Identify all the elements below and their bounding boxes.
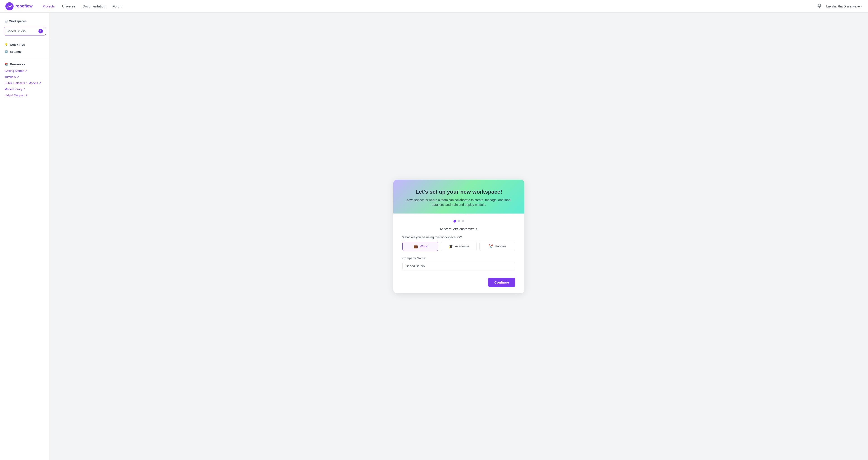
workspace-name: Seeed Studio	[6, 29, 26, 33]
workspaces-section: ⊞ Workspaces	[0, 17, 50, 25]
option-academia-button[interactable]: 🎓 Academia	[441, 242, 477, 251]
logo[interactable]: roboflow	[5, 2, 33, 10]
quick-tips-label: Quick Tips	[10, 43, 25, 46]
topnav-right: Lakshantha Dissanyake ▾	[816, 2, 863, 10]
sidebar-link-getting-started[interactable]: Getting Started ↗	[0, 68, 50, 74]
main-content: Let's set up your new workspace! A works…	[50, 13, 868, 460]
option-work-label: Work	[420, 244, 427, 248]
company-name-input[interactable]	[402, 262, 515, 270]
user-name: Lakshantha Dissanyake	[826, 4, 860, 8]
step-dot-1	[454, 220, 456, 223]
notifications-button[interactable]	[816, 2, 823, 10]
layout: ⊞ Workspaces Seeed Studio 1 💡 Quick Tips…	[0, 13, 868, 460]
nav-universe[interactable]: Universe	[59, 3, 78, 9]
dialog-body: To start, let's customize it. What will …	[393, 213, 524, 278]
sidebar-quick-tips[interactable]: 💡 Quick Tips	[0, 41, 50, 48]
workspace-badge: 1	[38, 29, 43, 33]
sidebar-settings[interactable]: ⚙️ Settings	[0, 48, 50, 55]
option-academia-label: Academia	[455, 244, 469, 248]
quick-tips-icon: 💡	[4, 43, 8, 46]
continue-button[interactable]: Continue	[488, 278, 515, 287]
workspace-setup-dialog: Let's set up your new workspace! A works…	[393, 179, 524, 293]
sidebar-link-tutorials[interactable]: Tutorials ↗	[0, 74, 50, 80]
sidebar-link-model-library[interactable]: Model Library ↗	[0, 86, 50, 92]
option-hobbies-button[interactable]: ✂️ Hobbies	[479, 242, 515, 251]
dialog-footer: Continue	[393, 278, 524, 293]
dialog-header: Let's set up your new workspace! A works…	[393, 179, 524, 213]
sidebar-link-public-datasets[interactable]: Public Datasets & Models ↗	[0, 80, 50, 86]
nav-links: Projects Universe Documentation Forum	[40, 3, 809, 9]
hobbies-icon: ✂️	[489, 244, 493, 249]
chevron-down-icon: ▾	[861, 5, 863, 8]
workspace-options: 💼 Work 🎓 Academia ✂️ Hobbies	[402, 242, 515, 251]
resources-icon: 📚	[4, 63, 8, 66]
settings-label: Settings	[10, 50, 22, 53]
option-work-button[interactable]: 💼 Work	[402, 242, 438, 251]
company-label: Company Name:	[402, 256, 515, 260]
sidebar-link-help-support[interactable]: Help & Support ↗	[0, 92, 50, 98]
dialog-title: Let's set up your new workspace!	[402, 189, 515, 195]
stepper	[402, 220, 515, 223]
step-dot-2	[458, 220, 460, 222]
logo-text: roboflow	[16, 4, 33, 8]
user-menu-button[interactable]: Lakshantha Dissanyake ▾	[826, 4, 863, 8]
topnav: roboflow Projects Universe Documentation…	[0, 0, 868, 13]
sidebar: ⊞ Workspaces Seeed Studio 1 💡 Quick Tips…	[0, 13, 50, 460]
workspaces-icon: ⊞	[4, 19, 7, 23]
resources-label: Resources	[10, 63, 25, 66]
nav-forum[interactable]: Forum	[110, 3, 125, 9]
academia-icon: 🎓	[449, 244, 453, 249]
workspace-question: What will you be using this workspace fo…	[402, 235, 515, 239]
nav-documentation[interactable]: Documentation	[80, 3, 108, 9]
workspace-selector[interactable]: Seeed Studio 1	[4, 27, 46, 35]
step-label: To start, let's customize it.	[402, 227, 515, 231]
step-dot-3	[462, 220, 464, 222]
settings-icon: ⚙️	[4, 50, 8, 53]
nav-projects[interactable]: Projects	[40, 3, 57, 9]
divider-1	[0, 38, 50, 38]
dialog-subtitle: A workspace is where a team can collabor…	[402, 198, 515, 207]
sidebar-resources: 📚 Resources	[0, 61, 50, 68]
option-hobbies-label: Hobbies	[495, 244, 506, 248]
work-icon: 💼	[413, 244, 418, 249]
workspaces-label: Workspaces	[9, 20, 26, 23]
